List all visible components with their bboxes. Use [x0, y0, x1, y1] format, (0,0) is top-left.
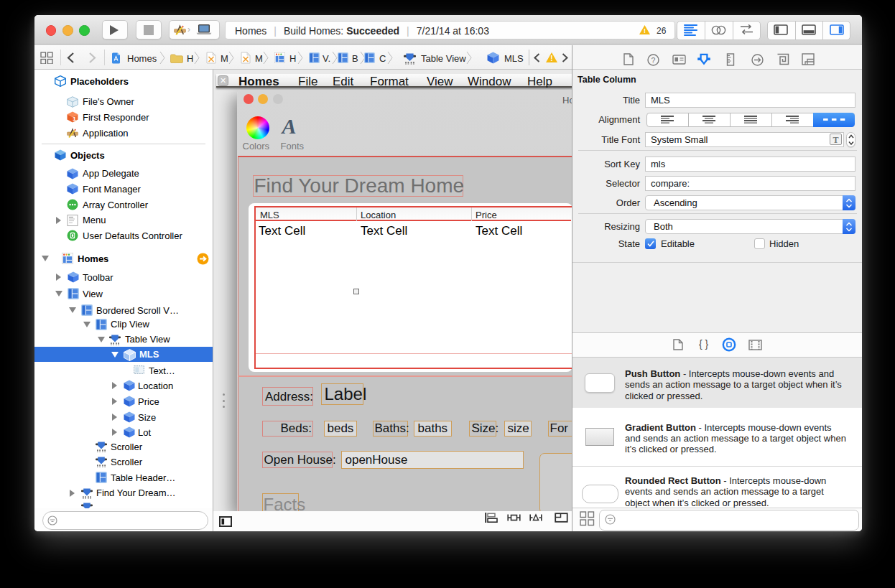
svg-text:!: ! [550, 55, 552, 62]
svg-text:!: ! [644, 27, 646, 34]
svg-text:1: 1 [73, 116, 76, 122]
svg-text:?: ? [651, 55, 656, 64]
svg-text:T: T [833, 135, 838, 144]
